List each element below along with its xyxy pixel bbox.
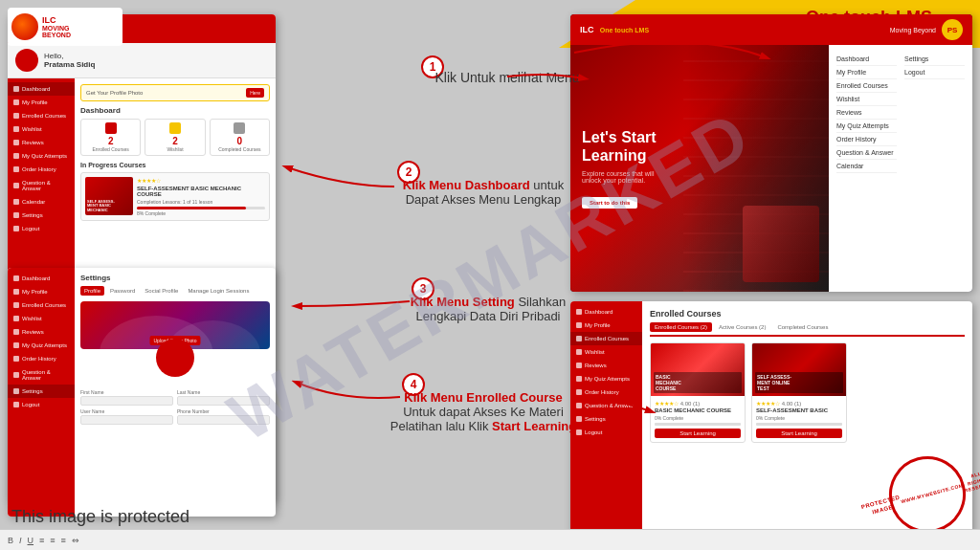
form-firstname: First Name bbox=[80, 389, 173, 406]
settings-nav-profile[interactable]: My Profile bbox=[8, 285, 75, 298]
course1-info: ★★★★☆ 4.00 (1) BASIC MECHANIC COURSE 0% … bbox=[651, 396, 745, 442]
settings-content: Dashboard My Profile Enrolled Courses Wi… bbox=[8, 268, 276, 517]
sidebar-item-order[interactable]: Order History bbox=[8, 163, 75, 176]
dashboard-title: Dashboard bbox=[80, 106, 270, 115]
settings-nav-reviews[interactable]: Reviews bbox=[8, 325, 75, 339]
avatar-area: Upload Cover Photo bbox=[80, 301, 270, 384]
hero-subtitle: Explore courses that willunlock your pot… bbox=[582, 170, 817, 184]
course-progress-text: 8% Complete bbox=[137, 210, 265, 216]
sidebar-item-myprofile[interactable]: My Profile bbox=[8, 96, 75, 109]
tab-enrolled-courses[interactable]: Enrolled Courses (2) bbox=[650, 322, 712, 332]
username-input[interactable] bbox=[80, 415, 173, 425]
here-button[interactable]: Here bbox=[246, 88, 264, 98]
menu-item-order[interactable]: Order History bbox=[836, 133, 897, 146]
course1-start-btn[interactable]: Start Learning bbox=[655, 429, 741, 438]
stat-completed-num: 0 bbox=[212, 136, 267, 146]
settings-nav-qa[interactable]: Question & Answer bbox=[8, 365, 75, 385]
enr-nav-wishlist[interactable]: Wishlist bbox=[570, 345, 642, 359]
stat-enrolled-label: Enrolled Courses bbox=[83, 146, 138, 152]
settings-nav-order[interactable]: Order History bbox=[8, 352, 75, 365]
dot-icon bbox=[13, 126, 19, 132]
course2-start-btn[interactable]: Start Learning bbox=[756, 429, 842, 438]
settings-nav-dashboard[interactable]: Dashboard bbox=[8, 272, 75, 285]
dot-icon bbox=[13, 140, 19, 145]
course2-thumb-text: SELF ASSESS-MENT ONLINETEST bbox=[755, 372, 843, 393]
tab-password[interactable]: Password bbox=[106, 286, 139, 296]
hero-text: Let's StartLearning Explore courses that… bbox=[582, 128, 817, 209]
annotation-4-bold: Klik Menu Enrolled Course bbox=[404, 390, 562, 405]
sidebar-item-calendar[interactable]: Calendar bbox=[8, 195, 75, 209]
course1-thumbnail: BASICMECHANICCOURSE bbox=[651, 343, 745, 396]
menu-item-reviews[interactable]: Reviews bbox=[836, 106, 897, 120]
dot-icon bbox=[13, 212, 19, 218]
course2-progress-bar bbox=[756, 423, 842, 426]
tab-profile[interactable]: Profile bbox=[80, 286, 104, 296]
enr-nav-enrolled[interactable]: Enrolled Courses bbox=[570, 332, 642, 345]
toolbar-link-btn[interactable]: ⇔ bbox=[72, 536, 79, 545]
firstname-input[interactable] bbox=[80, 396, 173, 406]
menu-item-dashboard[interactable]: Dashboard bbox=[836, 53, 897, 66]
course-completion: Completion Lessons: 1 of 11 lesson bbox=[137, 199, 265, 205]
sidebar-item-logout[interactable]: Logout bbox=[8, 222, 75, 235]
menu-item-calendar[interactable]: Calendar bbox=[836, 160, 897, 173]
firstname-label: First Name bbox=[80, 389, 173, 395]
annotation-3-line2: Lengkapi Data Diri Pribadi bbox=[415, 309, 560, 323]
sidebar-item-reviews[interactable]: Reviews bbox=[8, 136, 75, 149]
sidebar-item-dashboard[interactable]: Dashboard bbox=[8, 82, 75, 96]
dot-icon bbox=[13, 302, 19, 308]
dot-icon bbox=[13, 99, 19, 105]
sidebar-item-settings[interactable]: Settings bbox=[8, 209, 75, 222]
tab-completed-courses[interactable]: Completed Courses bbox=[772, 322, 833, 332]
menu-item-settings[interactable]: Settings bbox=[904, 53, 965, 66]
phone-input[interactable] bbox=[177, 415, 270, 425]
menu-item-qa[interactable]: Question & Answer bbox=[836, 146, 897, 160]
sidebar-item-enrolled[interactable]: Enrolled Courses bbox=[8, 109, 75, 122]
toolbar-align-right-btn[interactable]: ≡ bbox=[61, 536, 66, 545]
menu-item-logout[interactable]: Logout bbox=[904, 66, 965, 79]
settings-screenshot: Dashboard My Profile Enrolled Courses Wi… bbox=[8, 268, 276, 517]
toolbar-underline-btn[interactable]: U bbox=[28, 536, 34, 545]
stat-completed: 0 Completed Courses bbox=[210, 119, 270, 156]
get-profile-banner: Get Your Profile Photo Here bbox=[80, 84, 270, 101]
settings-nav-quiz[interactable]: My Quiz Attempts bbox=[8, 339, 75, 352]
annotation-3-normal: Silahkan bbox=[518, 295, 566, 309]
in-progress-title: In Progress Courses bbox=[80, 162, 270, 168]
tab-active-courses[interactable]: Active Courses (2) bbox=[714, 322, 770, 332]
sidebar-item-qa[interactable]: Question & Answer bbox=[8, 176, 75, 195]
lms-profile-btn[interactable]: PS bbox=[942, 19, 963, 40]
menu-item-myprofile[interactable]: My Profile bbox=[836, 66, 897, 79]
lms-logo-text: ILC One touch LMS bbox=[580, 25, 649, 34]
tab-social[interactable]: Social Profile bbox=[141, 286, 182, 296]
lms-menu-col-right: Settings Logout bbox=[904, 53, 965, 173]
sidebar-item-quiz[interactable]: My Quiz Attempts bbox=[8, 149, 75, 163]
toolbar-align-center-btn[interactable]: ≡ bbox=[50, 536, 55, 545]
course1-progress-bar bbox=[655, 423, 741, 426]
enr-nav-reviews[interactable]: Reviews bbox=[570, 359, 642, 372]
settings-nav-wishlist[interactable]: Wishlist bbox=[8, 312, 75, 325]
toolbar-align-left-btn[interactable]: ≡ bbox=[39, 536, 44, 545]
settings-nav-settings[interactable]: Settings bbox=[8, 385, 75, 398]
settings-nav-enrolled[interactable]: Enrolled Courses bbox=[8, 298, 75, 312]
dot-icon bbox=[13, 372, 19, 378]
sidebar-item-wishlist[interactable]: Wishlist bbox=[8, 122, 75, 136]
course1-progress-text: 0% Complete bbox=[655, 415, 741, 421]
tab-login-sessions[interactable]: Manage Login Sessions bbox=[184, 286, 253, 296]
toolbar-italic-btn[interactable]: I bbox=[19, 536, 22, 545]
dot-icon bbox=[13, 289, 19, 295]
protected-badge-container: PROTECTEDIMAGE www.MyWebsite.com All Rig… bbox=[889, 456, 966, 533]
stat-enrolled: 2 Enrolled Courses bbox=[80, 119, 141, 156]
enrolled-courses-grid: BASICMECHANICCOURSE ★★★★☆ 4.00 (1) BASIC… bbox=[650, 342, 965, 443]
dot-icon bbox=[576, 363, 582, 368]
menu-item-wishlist[interactable]: Wishlist bbox=[836, 93, 897, 106]
enrolled-course-1: BASICMECHANICCOURSE ★★★★☆ 4.00 (1) BASIC… bbox=[650, 342, 746, 443]
stat-enrolled-num: 2 bbox=[83, 136, 138, 146]
menu-item-enrolled[interactable]: Enrolled Courses bbox=[836, 79, 897, 93]
lms-nav-link[interactable]: Moving Beyond bbox=[890, 27, 936, 33]
toolbar-bold-btn[interactable]: B bbox=[8, 536, 13, 545]
settings-nav-logout[interactable]: Logout bbox=[8, 398, 75, 411]
enrolled-courses-title: Enrolled Courses bbox=[650, 309, 965, 319]
dot-icon bbox=[576, 349, 582, 355]
menu-item-quiz[interactable]: My Quiz Attempts bbox=[836, 120, 897, 133]
logo-area: ILC MOVINGBEYOND bbox=[8, 8, 122, 46]
lastname-input[interactable] bbox=[177, 396, 270, 406]
